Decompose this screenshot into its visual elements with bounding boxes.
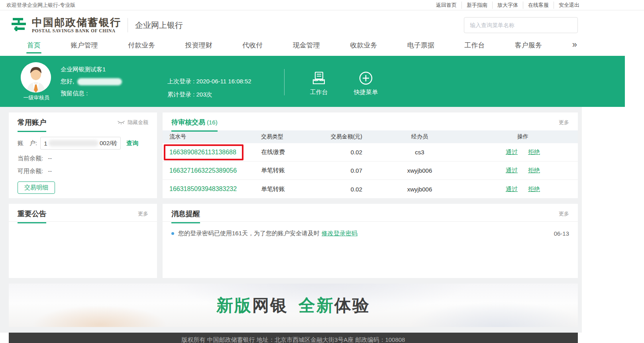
nav-investment[interactable]: 投资理财 bbox=[185, 41, 212, 53]
highlight-annotation-box: 1663890826113138688 bbox=[164, 144, 243, 160]
serial-number-link[interactable]: 1663271663225389056 bbox=[169, 167, 237, 174]
message-item: 您的登录密码已使用161天，为了您的账户安全请及时 修改登录密码 06-13 bbox=[171, 230, 569, 237]
current-balance-value: -- bbox=[48, 155, 52, 162]
notice-more-link[interactable]: 更多 bbox=[138, 210, 148, 217]
link-enlarge-font[interactable]: 放大字体 bbox=[493, 2, 523, 9]
footer: 版权所有 中国邮政储蓄银行 地址：北京市西城区金融大街3号A座 邮政编码：100… bbox=[9, 333, 578, 343]
message-more-link[interactable]: 更多 bbox=[559, 210, 569, 217]
account-number-suffix: 002/砖 bbox=[100, 140, 117, 147]
available-balance-value: -- bbox=[48, 168, 52, 174]
message-date: 06-13 bbox=[554, 230, 569, 237]
promo-banner[interactable]: 新版网银全新体验 bbox=[9, 284, 578, 327]
menu-search-input[interactable] bbox=[464, 17, 578, 33]
user-role: 一级审核员 bbox=[21, 94, 52, 101]
pending-more-link[interactable]: 更多 bbox=[559, 119, 569, 126]
reject-link[interactable]: 拒绝 bbox=[528, 167, 540, 174]
redacted-username bbox=[77, 78, 122, 85]
col-actions: 操作 bbox=[475, 133, 571, 140]
col-transaction-type: 交易类型 bbox=[261, 133, 321, 140]
link-safe-exit[interactable]: 安全退出 bbox=[554, 2, 579, 9]
promo-part4: 体验 bbox=[334, 296, 370, 315]
banner-divider bbox=[284, 69, 285, 95]
link-return-home[interactable]: 返回首页 bbox=[431, 2, 462, 9]
transaction-detail-button[interactable]: 交易明细 bbox=[18, 181, 55, 194]
table-row: 1663185093948383232 单笔转账 0.02 xwyjb006 通… bbox=[163, 180, 578, 198]
nav-account-management[interactable]: 账户管理 bbox=[71, 41, 98, 53]
nav-customer-service[interactable]: 客户服务 bbox=[515, 41, 542, 53]
workbench-label: 工作台 bbox=[301, 89, 337, 96]
nav-cash-management[interactable]: 现金管理 bbox=[293, 41, 320, 53]
shortcut-quick-menu[interactable]: 快捷菜单 bbox=[348, 70, 384, 96]
col-amount: 交易金额(元) bbox=[321, 133, 365, 140]
transaction-amount: 0.02 bbox=[321, 149, 365, 156]
nav-e-bills[interactable]: 电子票据 bbox=[407, 41, 434, 53]
serial-number-link[interactable]: 1663890826113138688 bbox=[169, 149, 236, 156]
copyright-text: 版权所有 中国邮政储蓄银行 地址：北京市西城区金融大街3号A座 邮政编码：100… bbox=[182, 336, 405, 343]
nav-workbench[interactable]: 工作台 bbox=[465, 41, 485, 53]
transaction-operator: xwyjb006 bbox=[365, 186, 475, 193]
account-query-link[interactable]: 查询 bbox=[126, 140, 138, 147]
user-banner: 一级审核员 企业网银测试客1 您好, 预留信息 : 上次登录 : 2020-06… bbox=[0, 56, 625, 107]
bank-name: 中国邮政储蓄银行 POSTAL SAVINGS BANK OF CHINA bbox=[32, 17, 121, 33]
hide-amount-toggle[interactable]: 隐藏金额 bbox=[117, 119, 148, 126]
approve-link[interactable]: 通过 bbox=[506, 185, 518, 193]
eye-closed-icon bbox=[117, 120, 125, 125]
promo-slogan: 新版网银全新体验 bbox=[216, 294, 370, 317]
nav-collection-payment[interactable]: 代收付 bbox=[242, 41, 263, 53]
main-content: 常用账户 隐藏金额 账 户: 1 002/砖 bbox=[0, 107, 582, 333]
user-info: 企业网银测试客1 您好, 预留信息 : bbox=[61, 66, 122, 102]
header-divider bbox=[128, 18, 128, 32]
message-text: 您的登录密码已使用161天，为了您的账户安全请及时 bbox=[178, 230, 320, 237]
psbc-logo-icon bbox=[10, 16, 28, 34]
nav-home[interactable]: 首页 bbox=[27, 41, 41, 53]
change-password-link[interactable]: 修改登录密码 bbox=[322, 230, 357, 237]
promo-part3: 全新 bbox=[298, 296, 334, 315]
table-header-row: 流水号 交易类型 交易金额(元) 经办员 操作 bbox=[163, 130, 578, 143]
common-accounts-card: 常用账户 隐藏金额 账 户: 1 002/砖 bbox=[9, 112, 157, 198]
topbar: 欢迎登录企业网上银行-专业版 返回首页 新手指南 放大字体 在线客服 安全退出 bbox=[0, 0, 644, 10]
nav-more-chevron-icon[interactable]: » bbox=[572, 41, 577, 49]
transaction-type: 在线缴费 bbox=[261, 148, 321, 156]
serial-number-link[interactable]: 1663185093948383232 bbox=[169, 185, 237, 192]
current-balance-label: 当前余额: bbox=[18, 155, 43, 162]
reject-link[interactable]: 拒绝 bbox=[528, 148, 540, 156]
account-select[interactable]: 1 002/砖 bbox=[40, 137, 121, 150]
important-notice-card: 重要公告 更多 bbox=[9, 204, 157, 278]
welcome-text: 欢迎登录企业网上银行-专业版 bbox=[6, 2, 75, 9]
table-row: 1663890826113138688 在线缴费 0.02 cs3 通过 拒绝 bbox=[163, 143, 578, 162]
greeting-text: 您好, bbox=[61, 78, 74, 85]
bank-logo[interactable]: 中国邮政储蓄银行 POSTAL SAVINGS BANK OF CHINA bbox=[10, 16, 121, 34]
approve-link[interactable]: 通过 bbox=[506, 148, 518, 156]
pending-transactions-card: 待审核交易(16) 更多 流水号 交易类型 交易金额(元) 经办员 操作 166… bbox=[163, 112, 578, 198]
avatar-block: 一级审核员 bbox=[21, 62, 52, 101]
message-card-title: 消息提醒 bbox=[171, 209, 200, 223]
link-beginner-guide[interactable]: 新手指南 bbox=[462, 2, 493, 9]
shortcut-workbench[interactable]: 工作台 bbox=[301, 70, 337, 96]
available-balance-label: 可用余额: bbox=[18, 168, 43, 174]
avatar bbox=[21, 62, 51, 93]
link-online-service[interactable]: 在线客服 bbox=[523, 2, 554, 9]
transaction-type: 单笔转账 bbox=[261, 167, 321, 174]
login-stats: 上次登录 : 2020-06-11 16:08:52 累计登录 : 203次 bbox=[167, 78, 251, 104]
nav-receivables[interactable]: 收款业务 bbox=[350, 41, 377, 53]
hide-amount-label: 隐藏金额 bbox=[128, 119, 148, 126]
notice-card-title: 重要公告 bbox=[18, 209, 46, 223]
promo-part1: 新版 bbox=[216, 296, 252, 315]
nav-payment-business[interactable]: 付款业务 bbox=[128, 41, 155, 53]
transaction-operator: xwyjb006 bbox=[365, 167, 475, 174]
table-row: 1663271663225389056 单笔转账 0.07 xwyjb006 通… bbox=[163, 162, 578, 180]
bank-name-en: POSTAL SAVINGS BANK OF CHINA bbox=[32, 28, 121, 33]
login-count-text: 累计登录 : 203次 bbox=[167, 91, 251, 99]
col-operator: 经办员 bbox=[365, 133, 475, 140]
quick-menu-label: 快捷菜单 bbox=[348, 89, 384, 96]
main-nav: 首页 账户管理 付款业务 投资理财 代收付 现金管理 收款业务 电子票据 工作台… bbox=[0, 40, 644, 56]
account-number-prefix: 1 bbox=[44, 140, 47, 147]
product-name: 企业网上银行 bbox=[135, 20, 183, 31]
approve-link[interactable]: 通过 bbox=[506, 167, 518, 174]
reject-link[interactable]: 拒绝 bbox=[528, 185, 540, 193]
header: 中国邮政储蓄银行 POSTAL SAVINGS BANK OF CHINA 企业… bbox=[0, 10, 644, 40]
reserved-info-label: 预留信息 : bbox=[61, 90, 122, 96]
transaction-type: 单笔转账 bbox=[261, 185, 321, 193]
message-reminder-card: 消息提醒 更多 您的登录密码已使用161天，为了您的账户安全请及时 修改登录密码… bbox=[163, 204, 578, 278]
topbar-links: 返回首页 新手指南 放大字体 在线客服 安全退出 bbox=[431, 2, 579, 9]
